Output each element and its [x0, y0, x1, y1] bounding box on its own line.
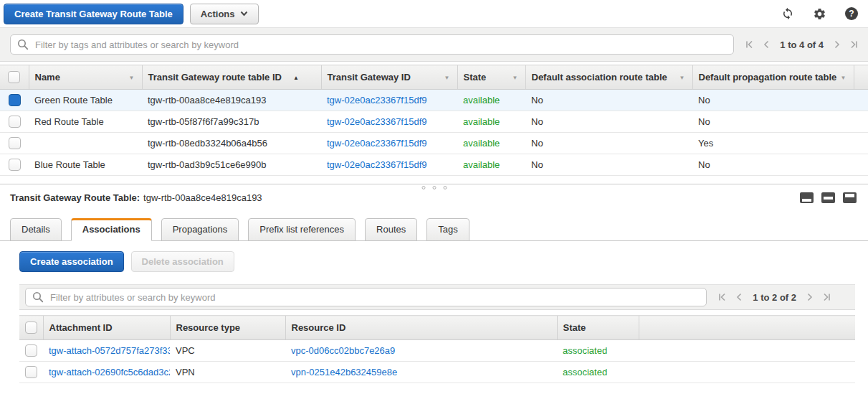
pagination-prev-icon[interactable] [762, 39, 772, 50]
toolbar: Create Transit Gateway Route Table Actio… [0, 0, 868, 27]
row-checkbox[interactable] [25, 344, 37, 357]
column-header-transit-gateway-route-table-id[interactable]: Transit Gateway route table ID▲ [142, 65, 321, 90]
refresh-icon[interactable] [781, 7, 794, 20]
column-header-label: Resource type [176, 322, 241, 333]
tab-propagations[interactable]: Propagations [161, 218, 239, 241]
column-header-state: State [557, 316, 639, 340]
pagination-next-icon[interactable] [804, 292, 814, 302]
link-tgw-id[interactable]: tgw-02e0ac23367f15df9 [327, 159, 427, 170]
select-all-header [0, 65, 29, 90]
route-table-row[interactable]: Blue Route Tabletgw-rtb-0ad3b9c51ce6e990… [0, 154, 868, 176]
value-default-propagation: Yes [698, 138, 713, 149]
value-resource-type: VPN [176, 367, 195, 377]
value-route-table-id: tgw-rtb-05f87f6f7a99c317b [148, 116, 259, 127]
row-checkbox[interactable] [9, 94, 21, 106]
tab-tags[interactable]: Tags [426, 218, 469, 241]
route-table-row[interactable]: tgw-rtb-08edb3324b06a4b56tgw-02e0ac23367… [0, 133, 868, 154]
cell-default-association: No [525, 111, 692, 133]
pane-layout-full-icon[interactable] [843, 192, 857, 203]
link-resource-id[interactable]: vpc-0d06cc02bbc7e26a9 [291, 345, 395, 356]
value-default-association: No [531, 95, 543, 105]
link-attachment-id[interactable]: tgw-attach-0572d757fa273f330 [49, 345, 170, 356]
pagination-last-icon[interactable] [849, 39, 859, 50]
cell-state: available [457, 133, 525, 154]
pane-layout-bottom-icon[interactable] [800, 192, 814, 203]
cell-name: Blue Route Table [29, 154, 142, 176]
cell-resource-type: VPC [170, 340, 285, 362]
tab-prefix-list-references[interactable]: Prefix list references [248, 218, 356, 241]
pagination-next-icon[interactable] [831, 39, 841, 50]
route-table-row[interactable]: Red Route Tabletgw-rtb-05f87f6f7a99c317b… [0, 111, 868, 133]
select-all-checkbox[interactable] [25, 322, 37, 334]
column-header-state[interactable]: State▼ [457, 65, 525, 90]
create-association-button[interactable]: Create association [19, 251, 124, 272]
row-checkbox[interactable] [9, 116, 21, 128]
value-default-association: No [531, 116, 543, 127]
top-filter-input[interactable] [34, 39, 727, 51]
header-row: Attachment IDResource typeResource IDSta… [19, 316, 855, 340]
create-route-table-button[interactable]: Create Transit Gateway Route Table [4, 4, 183, 24]
row-checkbox[interactable] [9, 159, 21, 171]
route-table-row[interactable]: Green Route Tabletgw-rtb-00aa8ce4e819ca1… [0, 90, 868, 111]
cell-tgw-id: tgw-02e0ac23367f15df9 [321, 154, 457, 176]
column-header-default-association-route-table[interactable]: Default association route table▼ [525, 65, 692, 90]
cell-route-table-id: tgw-rtb-05f87f6f7a99c317b [142, 111, 321, 133]
value-route-table-id: tgw-rtb-0ad3b9c51ce6e990b [148, 159, 267, 170]
header-filler [639, 316, 855, 340]
column-header-label: Transit Gateway ID [328, 72, 411, 83]
associations-filter-bar: 1 to 2 of 2 [19, 284, 855, 310]
help-icon[interactable]: ? [845, 7, 858, 20]
actions-button[interactable]: Actions [190, 4, 259, 24]
cell-route-table-id: tgw-rtb-0ad3b9c51ce6e990b [142, 154, 321, 176]
column-header-label: Attachment ID [49, 322, 113, 333]
association-row[interactable]: tgw-attach-0572d757fa273f330VPCvpc-0d06c… [19, 340, 855, 362]
cell-default-association: No [525, 133, 692, 154]
column-header-resource-id: Resource ID [285, 316, 557, 340]
column-header-default-propagation-route-table[interactable]: Default propagation route table▼ [692, 65, 854, 90]
pagination-prev-icon[interactable] [735, 292, 745, 302]
row-select-cell [0, 154, 29, 176]
tab-routes[interactable]: Routes [365, 218, 417, 241]
link-tgw-id[interactable]: tgw-02e0ac23367f15df9 [327, 116, 427, 127]
value-route-table-id: tgw-rtb-08edb3324b06a4b56 [148, 138, 267, 149]
associations-filter-input[interactable] [49, 291, 700, 304]
pagination-last-icon[interactable] [822, 292, 832, 302]
gear-icon[interactable] [813, 7, 826, 21]
cell-route-table-id: tgw-rtb-00aa8ce4e819ca193 [142, 90, 321, 111]
associations-search-box[interactable] [25, 288, 707, 306]
column-header-resource-type: Resource type [170, 316, 285, 340]
pane-layout-split-icon[interactable] [821, 192, 835, 203]
value-default-association: No [531, 138, 543, 149]
cell-resource-id: vpc-0d06cc02bbc7e26a9 [285, 340, 557, 362]
link-resource-id[interactable]: vpn-0251e42b632459e8e [291, 367, 397, 377]
row-checkbox[interactable] [9, 137, 21, 149]
cell-default-association: No [525, 154, 692, 176]
pane-splitter[interactable] [0, 184, 868, 191]
column-header-label: Default propagation route table [699, 72, 837, 83]
column-header-label: State [464, 72, 487, 83]
pagination-first-icon[interactable] [717, 292, 727, 302]
row-select-cell [19, 362, 43, 383]
cell-state: available [457, 111, 525, 133]
cell-state: associated [557, 362, 639, 383]
column-header-name[interactable]: Name▼ [29, 65, 142, 90]
select-all-checkbox[interactable] [8, 71, 20, 83]
tab-details[interactable]: Details [10, 218, 62, 241]
associations-table: Attachment IDResource typeResource IDSta… [19, 315, 855, 383]
value-state: available [463, 95, 500, 105]
link-tgw-id[interactable]: tgw-02e0ac23367f15df9 [327, 95, 427, 105]
pagination-first-icon[interactable] [744, 39, 754, 50]
cell-tgw-id: tgw-02e0ac23367f15df9 [321, 90, 457, 111]
association-row[interactable]: tgw-attach-02690fc5c6dad3c29VPNvpn-0251e… [19, 362, 855, 383]
top-search-box[interactable] [10, 34, 734, 55]
row-filler [854, 133, 868, 154]
sort-desc-icon: ▼ [679, 74, 685, 80]
select-all-header [19, 316, 43, 340]
value-name: Green Route Table [34, 95, 113, 105]
link-attachment-id[interactable]: tgw-attach-02690fc5c6dad3c29 [49, 367, 170, 377]
column-header-label: Name [35, 72, 60, 83]
row-checkbox[interactable] [25, 366, 37, 378]
column-header-transit-gateway-id[interactable]: Transit Gateway ID▼ [321, 65, 457, 90]
tab-associations[interactable]: Associations [71, 218, 152, 241]
link-tgw-id[interactable]: tgw-02e0ac23367f15df9 [327, 138, 427, 149]
